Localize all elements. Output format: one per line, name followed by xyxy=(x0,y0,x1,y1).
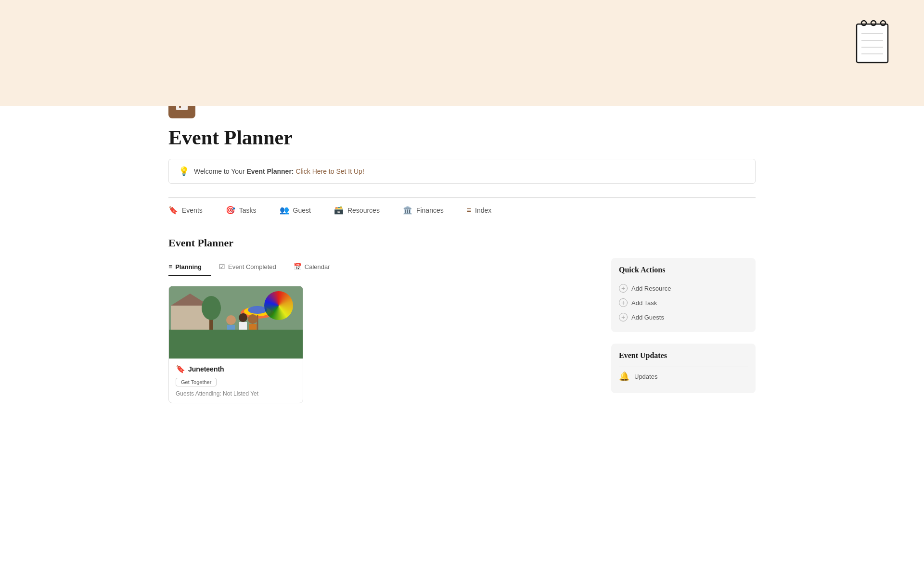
tab-tasks[interactable]: 🎯 Tasks xyxy=(226,197,270,221)
updates-bell-icon: 🔔 xyxy=(619,371,629,382)
sub-tab-calendar[interactable]: 📅 Calendar xyxy=(294,258,340,276)
sub-tab-planning-label: Planning xyxy=(175,263,202,270)
notebook-illustration-icon xyxy=(852,19,895,67)
sub-tab-completed-label: Event Completed xyxy=(228,263,276,270)
svg-point-18 xyxy=(202,296,221,320)
update-item: 🔔 Updates xyxy=(619,367,748,385)
svg-rect-24 xyxy=(227,325,235,337)
quick-actions-panel: Quick Actions + Add Resource + Add Task … xyxy=(611,258,756,332)
completed-icon: ☑ xyxy=(219,263,225,270)
header-banner xyxy=(0,0,924,106)
nav-tabs: 🔖 Events 🎯 Tasks 👥 Guest 🗃️ Resources 🏛️… xyxy=(168,197,756,221)
sub-tab-event-completed[interactable]: ☑ Event Completed xyxy=(219,258,286,276)
section-title: Event Planner xyxy=(168,237,756,249)
sub-tab-calendar-label: Calendar xyxy=(305,263,330,270)
resources-icon: 🗃️ xyxy=(334,205,344,215)
add-task-action[interactable]: + Add Task xyxy=(619,295,748,310)
svg-point-21 xyxy=(248,306,267,314)
tab-finances[interactable]: 🏛️ Finances xyxy=(403,197,457,221)
setup-link[interactable]: Click Here to Set It Up! xyxy=(295,167,364,175)
event-card[interactable]: 🔖 Juneteenth Get Together Guests Attendi… xyxy=(168,286,303,403)
svg-rect-29 xyxy=(169,342,303,359)
guest-icon: 👥 xyxy=(280,205,289,215)
tab-index-label: Index xyxy=(475,206,491,214)
svg-rect-28 xyxy=(249,324,257,336)
party-scene-image xyxy=(169,286,303,359)
svg-point-27 xyxy=(248,314,257,324)
planning-icon: ≡ xyxy=(168,263,172,270)
add-guests-action[interactable]: + Add Guests xyxy=(619,310,748,324)
page-title: Event Planner xyxy=(168,126,756,149)
tab-tasks-label: Tasks xyxy=(239,206,257,214)
svg-rect-26 xyxy=(239,322,247,334)
tab-finances-label: Finances xyxy=(416,206,444,214)
bookmark-icon: 🔖 xyxy=(176,364,185,373)
main-layout: ≡ Planning ☑ Event Completed 📅 Calendar xyxy=(168,258,756,403)
events-icon: 🔖 xyxy=(168,205,178,215)
sub-tabs: ≡ Planning ☑ Event Completed 📅 Calendar xyxy=(168,258,592,276)
welcome-banner: 💡 Welcome to Your Event Planner: Click H… xyxy=(168,159,756,184)
add-resource-plus-icon: + xyxy=(619,284,628,293)
updates-label: Updates xyxy=(634,373,657,380)
event-card-name: 🔖 Juneteenth xyxy=(176,364,296,373)
add-guests-label: Add Guests xyxy=(631,314,664,321)
tab-guest-label: Guest xyxy=(293,206,311,214)
tab-resources[interactable]: 🗃️ Resources xyxy=(334,197,393,221)
finances-icon: 🏛️ xyxy=(403,205,412,215)
svg-point-25 xyxy=(239,313,247,322)
event-card-body: 🔖 Juneteenth Get Together Guests Attendi… xyxy=(169,359,303,403)
svg-rect-14 xyxy=(169,334,303,359)
tab-events[interactable]: 🔖 Events xyxy=(168,197,216,221)
index-icon: ≡ xyxy=(467,206,471,215)
event-guests: Guests Attending: Not Listed Yet xyxy=(176,390,296,397)
tab-events-label: Events xyxy=(182,206,203,214)
welcome-bold: Event Planner: xyxy=(246,167,294,175)
event-tag: Get Together xyxy=(176,378,217,386)
main-left: ≡ Planning ☑ Event Completed 📅 Calendar xyxy=(168,258,592,403)
tab-guest[interactable]: 👥 Guest xyxy=(280,197,324,221)
tab-resources-label: Resources xyxy=(347,206,380,214)
svg-rect-12 xyxy=(179,106,181,108)
welcome-plain: Welcome to Your xyxy=(194,167,246,175)
page-content: Event Planner 💡 Welcome to Your Event Pl… xyxy=(125,91,799,403)
add-resource-action[interactable]: + Add Resource xyxy=(619,281,748,295)
svg-point-23 xyxy=(226,315,236,325)
add-resource-label: Add Resource xyxy=(631,285,671,292)
tasks-icon: 🎯 xyxy=(226,205,235,215)
add-task-plus-icon: + xyxy=(619,298,628,307)
quick-actions-title: Quick Actions xyxy=(619,266,748,274)
add-task-label: Add Task xyxy=(631,299,657,307)
event-card-image xyxy=(169,286,303,359)
welcome-text: Welcome to Your Event Planner: Click Her… xyxy=(194,167,364,175)
tab-index[interactable]: ≡ Index xyxy=(467,197,505,221)
main-right: Quick Actions + Add Resource + Add Task … xyxy=(611,258,756,403)
bulb-icon: 💡 xyxy=(179,166,189,177)
sub-tab-planning[interactable]: ≡ Planning xyxy=(168,258,211,276)
add-guests-plus-icon: + xyxy=(619,313,628,321)
calendar-tab-icon: 📅 xyxy=(294,263,302,270)
event-updates-panel: Event Updates 🔔 Updates xyxy=(611,344,756,393)
event-name-text: Juneteenth xyxy=(188,365,224,373)
svg-rect-0 xyxy=(857,24,888,63)
event-updates-title: Event Updates xyxy=(619,351,748,360)
